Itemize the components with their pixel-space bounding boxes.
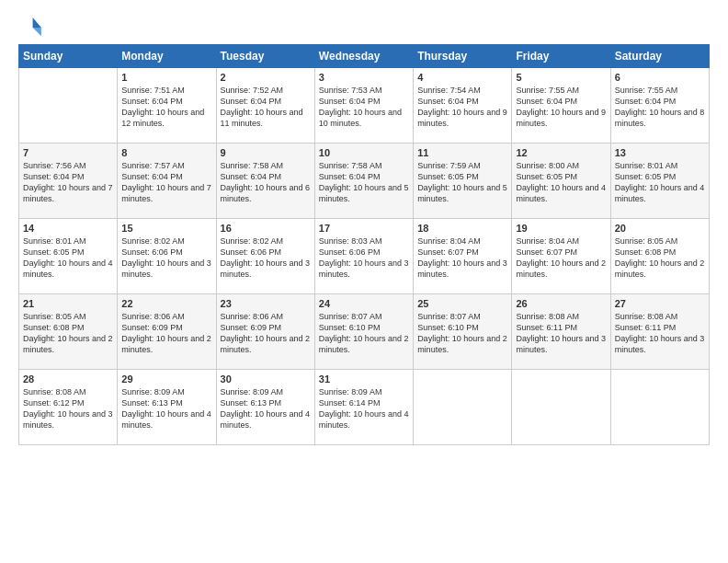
cell-w3-d7: 20Sunrise: 8:05 AM Sunset: 6:08 PM Dayli…	[610, 219, 709, 294]
cell-w5-d7	[610, 370, 709, 445]
cell-w2-d3: 9Sunrise: 7:58 AM Sunset: 6:04 PM Daylig…	[216, 144, 314, 219]
calendar-table: SundayMondayTuesdayWednesdayThursdayFrid…	[18, 44, 710, 445]
cell-w1-d7: 6Sunrise: 7:55 AM Sunset: 6:04 PM Daylig…	[610, 68, 709, 144]
cell-info: Sunrise: 8:03 AM Sunset: 6:06 PM Dayligh…	[319, 236, 409, 281]
cell-info: Sunrise: 8:08 AM Sunset: 6:11 PM Dayligh…	[516, 311, 606, 356]
day-number: 3	[319, 72, 409, 83]
cell-info: Sunrise: 8:08 AM Sunset: 6:11 PM Dayligh…	[615, 311, 705, 356]
page-container: SundayMondayTuesdayWednesdayThursdayFrid…	[0, 0, 728, 454]
day-number: 28	[23, 373, 113, 385]
day-number: 22	[121, 298, 211, 309]
day-number: 11	[417, 147, 507, 158]
day-number: 18	[417, 223, 507, 234]
col-header-monday: Monday	[118, 45, 216, 68]
week-row-4: 21Sunrise: 8:05 AM Sunset: 6:08 PM Dayli…	[19, 294, 710, 370]
cell-w3-d6: 19Sunrise: 8:04 AM Sunset: 6:07 PM Dayli…	[512, 219, 610, 294]
cell-info: Sunrise: 8:06 AM Sunset: 6:09 PM Dayligh…	[121, 311, 211, 356]
week-row-5: 28Sunrise: 8:08 AM Sunset: 6:12 PM Dayli…	[19, 370, 710, 445]
cell-w2-d6: 12Sunrise: 8:00 AM Sunset: 6:05 PM Dayli…	[512, 144, 610, 219]
cell-info: Sunrise: 8:00 AM Sunset: 6:05 PM Dayligh…	[516, 160, 606, 205]
week-row-3: 14Sunrise: 8:01 AM Sunset: 6:05 PM Dayli…	[19, 219, 710, 294]
cell-w5-d4: 31Sunrise: 8:09 AM Sunset: 6:14 PM Dayli…	[314, 370, 413, 445]
col-header-wednesday: Wednesday	[314, 45, 413, 68]
cell-w5-d1: 28Sunrise: 8:08 AM Sunset: 6:12 PM Dayli…	[19, 370, 118, 445]
day-number: 1	[121, 72, 211, 83]
cell-w1-d1	[19, 68, 118, 144]
day-number: 27	[615, 298, 705, 309]
cell-w3-d2: 15Sunrise: 8:02 AM Sunset: 6:06 PM Dayli…	[118, 219, 216, 294]
cell-info: Sunrise: 7:53 AM Sunset: 6:04 PM Dayligh…	[319, 85, 409, 130]
header-row: SundayMondayTuesdayWednesdayThursdayFrid…	[19, 45, 710, 68]
col-header-tuesday: Tuesday	[216, 45, 314, 68]
day-number: 29	[121, 373, 211, 385]
cell-info: Sunrise: 8:08 AM Sunset: 6:12 PM Dayligh…	[23, 386, 113, 431]
cell-info: Sunrise: 7:58 AM Sunset: 6:04 PM Dayligh…	[319, 160, 409, 205]
day-number: 10	[319, 147, 409, 158]
day-number: 16	[221, 223, 311, 234]
col-header-saturday: Saturday	[610, 45, 709, 68]
day-number: 24	[319, 298, 409, 309]
cell-w3-d4: 17Sunrise: 8:03 AM Sunset: 6:06 PM Dayli…	[314, 219, 413, 294]
cell-w2-d7: 13Sunrise: 8:01 AM Sunset: 6:05 PM Dayli…	[610, 144, 709, 219]
cell-w1-d3: 2Sunrise: 7:52 AM Sunset: 6:04 PM Daylig…	[216, 68, 314, 144]
cell-w4-d1: 21Sunrise: 8:05 AM Sunset: 6:08 PM Dayli…	[19, 294, 118, 370]
week-row-2: 7Sunrise: 7:56 AM Sunset: 6:04 PM Daylig…	[19, 144, 710, 219]
day-number: 21	[23, 298, 113, 309]
cell-w1-d4: 3Sunrise: 7:53 AM Sunset: 6:04 PM Daylig…	[314, 68, 413, 144]
cell-w5-d3: 30Sunrise: 8:09 AM Sunset: 6:13 PM Dayli…	[216, 370, 314, 445]
cell-w4-d2: 22Sunrise: 8:06 AM Sunset: 6:09 PM Dayli…	[118, 294, 216, 370]
cell-info: Sunrise: 8:09 AM Sunset: 6:13 PM Dayligh…	[221, 386, 311, 431]
cell-w3-d1: 14Sunrise: 8:01 AM Sunset: 6:05 PM Dayli…	[19, 219, 118, 294]
cell-w2-d4: 10Sunrise: 7:58 AM Sunset: 6:04 PM Dayli…	[314, 144, 413, 219]
cell-info: Sunrise: 8:02 AM Sunset: 6:06 PM Dayligh…	[221, 236, 311, 281]
cell-info: Sunrise: 7:55 AM Sunset: 6:04 PM Dayligh…	[516, 85, 606, 130]
cell-w1-d6: 5Sunrise: 7:55 AM Sunset: 6:04 PM Daylig…	[512, 68, 610, 144]
cell-w4-d5: 25Sunrise: 8:07 AM Sunset: 6:10 PM Dayli…	[414, 294, 512, 370]
cell-info: Sunrise: 8:09 AM Sunset: 6:14 PM Dayligh…	[319, 386, 409, 431]
day-number: 4	[417, 72, 507, 83]
day-number: 30	[221, 373, 311, 385]
cell-w1-d5: 4Sunrise: 7:54 AM Sunset: 6:04 PM Daylig…	[414, 68, 512, 144]
cell-w2-d5: 11Sunrise: 7:59 AM Sunset: 6:05 PM Dayli…	[414, 144, 512, 219]
header	[18, 15, 710, 40]
day-number: 2	[221, 72, 311, 83]
day-number: 23	[221, 298, 311, 309]
svg-marker-0	[33, 17, 41, 28]
col-header-friday: Friday	[512, 45, 610, 68]
cell-info: Sunrise: 8:07 AM Sunset: 6:10 PM Dayligh…	[319, 311, 409, 356]
cell-info: Sunrise: 8:07 AM Sunset: 6:10 PM Dayligh…	[417, 311, 507, 356]
cell-info: Sunrise: 7:51 AM Sunset: 6:04 PM Dayligh…	[121, 85, 211, 130]
cell-info: Sunrise: 8:05 AM Sunset: 6:08 PM Dayligh…	[23, 311, 113, 356]
col-header-thursday: Thursday	[414, 45, 512, 68]
cell-info: Sunrise: 7:57 AM Sunset: 6:04 PM Dayligh…	[121, 160, 211, 205]
day-number: 5	[516, 72, 606, 83]
svg-marker-1	[33, 28, 41, 36]
day-number: 26	[516, 298, 606, 309]
day-number: 12	[516, 147, 606, 158]
week-row-1: 1Sunrise: 7:51 AM Sunset: 6:04 PM Daylig…	[19, 68, 710, 144]
cell-info: Sunrise: 8:01 AM Sunset: 6:05 PM Dayligh…	[23, 236, 113, 281]
cell-info: Sunrise: 8:02 AM Sunset: 6:06 PM Dayligh…	[121, 236, 211, 281]
cell-w4-d3: 23Sunrise: 8:06 AM Sunset: 6:09 PM Dayli…	[216, 294, 314, 370]
day-number: 6	[615, 72, 705, 83]
cell-info: Sunrise: 7:58 AM Sunset: 6:04 PM Dayligh…	[221, 160, 311, 205]
cell-w4-d4: 24Sunrise: 8:07 AM Sunset: 6:10 PM Dayli…	[314, 294, 413, 370]
cell-w2-d2: 8Sunrise: 7:57 AM Sunset: 6:04 PM Daylig…	[118, 144, 216, 219]
day-number: 15	[121, 223, 211, 234]
cell-w2-d1: 7Sunrise: 7:56 AM Sunset: 6:04 PM Daylig…	[19, 144, 118, 219]
cell-w5-d6	[512, 370, 610, 445]
logo-icon	[18, 15, 44, 40]
day-number: 19	[516, 223, 606, 234]
day-number: 31	[319, 373, 409, 385]
day-number: 25	[417, 298, 507, 309]
cell-w4-d7: 27Sunrise: 8:08 AM Sunset: 6:11 PM Dayli…	[610, 294, 709, 370]
col-header-sunday: Sunday	[19, 45, 118, 68]
day-number: 8	[121, 147, 211, 158]
cell-info: Sunrise: 8:09 AM Sunset: 6:13 PM Dayligh…	[121, 386, 211, 431]
day-number: 20	[615, 223, 705, 234]
cell-w1-d2: 1Sunrise: 7:51 AM Sunset: 6:04 PM Daylig…	[118, 68, 216, 144]
day-number: 13	[615, 147, 705, 158]
day-number: 17	[319, 223, 409, 234]
day-number: 9	[221, 147, 311, 158]
day-number: 7	[23, 147, 113, 158]
